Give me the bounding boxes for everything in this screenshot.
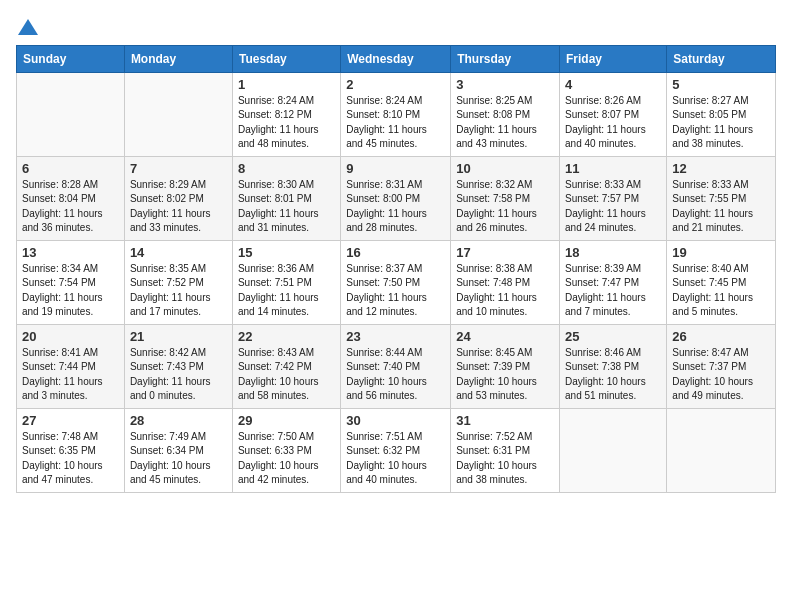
day-info: Sunrise: 7:48 AM Sunset: 6:35 PM Dayligh… (22, 430, 119, 488)
day-info: Sunrise: 8:37 AM Sunset: 7:50 PM Dayligh… (346, 262, 445, 320)
calendar-day-cell: 18Sunrise: 8:39 AM Sunset: 7:47 PM Dayli… (560, 240, 667, 324)
svg-marker-0 (18, 19, 38, 35)
calendar-day-cell: 20Sunrise: 8:41 AM Sunset: 7:44 PM Dayli… (17, 324, 125, 408)
calendar-day-cell: 23Sunrise: 8:44 AM Sunset: 7:40 PM Dayli… (341, 324, 451, 408)
calendar-day-cell: 14Sunrise: 8:35 AM Sunset: 7:52 PM Dayli… (124, 240, 232, 324)
calendar-day-cell: 19Sunrise: 8:40 AM Sunset: 7:45 PM Dayli… (667, 240, 776, 324)
calendar-day-cell: 22Sunrise: 8:43 AM Sunset: 7:42 PM Dayli… (232, 324, 340, 408)
day-info: Sunrise: 8:32 AM Sunset: 7:58 PM Dayligh… (456, 178, 554, 236)
day-number: 9 (346, 161, 445, 176)
day-info: Sunrise: 8:42 AM Sunset: 7:43 PM Dayligh… (130, 346, 227, 404)
calendar-day-cell (560, 408, 667, 492)
day-number: 25 (565, 329, 661, 344)
calendar-week-row: 6Sunrise: 8:28 AM Sunset: 8:04 PM Daylig… (17, 156, 776, 240)
day-info: Sunrise: 8:25 AM Sunset: 8:08 PM Dayligh… (456, 94, 554, 152)
calendar-day-cell: 17Sunrise: 8:38 AM Sunset: 7:48 PM Dayli… (451, 240, 560, 324)
calendar-day-cell: 9Sunrise: 8:31 AM Sunset: 8:00 PM Daylig… (341, 156, 451, 240)
day-info: Sunrise: 8:47 AM Sunset: 7:37 PM Dayligh… (672, 346, 770, 404)
day-info: Sunrise: 7:51 AM Sunset: 6:32 PM Dayligh… (346, 430, 445, 488)
calendar-day-cell: 21Sunrise: 8:42 AM Sunset: 7:43 PM Dayli… (124, 324, 232, 408)
weekday-header-thursday: Thursday (451, 45, 560, 72)
page: SundayMondayTuesdayWednesdayThursdayFrid… (0, 0, 792, 509)
day-info: Sunrise: 8:46 AM Sunset: 7:38 PM Dayligh… (565, 346, 661, 404)
day-number: 20 (22, 329, 119, 344)
day-number: 11 (565, 161, 661, 176)
weekday-header-monday: Monday (124, 45, 232, 72)
calendar-day-cell: 3Sunrise: 8:25 AM Sunset: 8:08 PM Daylig… (451, 72, 560, 156)
calendar-day-cell: 2Sunrise: 8:24 AM Sunset: 8:10 PM Daylig… (341, 72, 451, 156)
day-info: Sunrise: 7:50 AM Sunset: 6:33 PM Dayligh… (238, 430, 335, 488)
day-info: Sunrise: 8:44 AM Sunset: 7:40 PM Dayligh… (346, 346, 445, 404)
day-number: 8 (238, 161, 335, 176)
calendar-table: SundayMondayTuesdayWednesdayThursdayFrid… (16, 45, 776, 493)
day-info: Sunrise: 8:33 AM Sunset: 7:57 PM Dayligh… (565, 178, 661, 236)
calendar-day-cell: 27Sunrise: 7:48 AM Sunset: 6:35 PM Dayli… (17, 408, 125, 492)
calendar-day-cell: 12Sunrise: 8:33 AM Sunset: 7:55 PM Dayli… (667, 156, 776, 240)
calendar-day-cell (17, 72, 125, 156)
calendar-day-cell: 29Sunrise: 7:50 AM Sunset: 6:33 PM Dayli… (232, 408, 340, 492)
calendar-day-cell: 4Sunrise: 8:26 AM Sunset: 8:07 PM Daylig… (560, 72, 667, 156)
day-number: 27 (22, 413, 119, 428)
day-info: Sunrise: 7:52 AM Sunset: 6:31 PM Dayligh… (456, 430, 554, 488)
logo (16, 16, 40, 37)
day-number: 6 (22, 161, 119, 176)
calendar-day-cell: 16Sunrise: 8:37 AM Sunset: 7:50 PM Dayli… (341, 240, 451, 324)
day-number: 18 (565, 245, 661, 260)
day-number: 5 (672, 77, 770, 92)
day-number: 3 (456, 77, 554, 92)
day-number: 28 (130, 413, 227, 428)
weekday-header-saturday: Saturday (667, 45, 776, 72)
day-number: 2 (346, 77, 445, 92)
day-info: Sunrise: 8:30 AM Sunset: 8:01 PM Dayligh… (238, 178, 335, 236)
calendar-day-cell: 15Sunrise: 8:36 AM Sunset: 7:51 PM Dayli… (232, 240, 340, 324)
day-info: Sunrise: 8:24 AM Sunset: 8:10 PM Dayligh… (346, 94, 445, 152)
day-info: Sunrise: 8:28 AM Sunset: 8:04 PM Dayligh… (22, 178, 119, 236)
day-info: Sunrise: 8:27 AM Sunset: 8:05 PM Dayligh… (672, 94, 770, 152)
day-number: 26 (672, 329, 770, 344)
calendar-day-cell: 5Sunrise: 8:27 AM Sunset: 8:05 PM Daylig… (667, 72, 776, 156)
calendar-day-cell: 7Sunrise: 8:29 AM Sunset: 8:02 PM Daylig… (124, 156, 232, 240)
day-number: 12 (672, 161, 770, 176)
day-info: Sunrise: 7:49 AM Sunset: 6:34 PM Dayligh… (130, 430, 227, 488)
logo-text (16, 16, 40, 37)
calendar-day-cell: 30Sunrise: 7:51 AM Sunset: 6:32 PM Dayli… (341, 408, 451, 492)
calendar-day-cell: 31Sunrise: 7:52 AM Sunset: 6:31 PM Dayli… (451, 408, 560, 492)
day-info: Sunrise: 8:24 AM Sunset: 8:12 PM Dayligh… (238, 94, 335, 152)
day-number: 30 (346, 413, 445, 428)
day-info: Sunrise: 8:39 AM Sunset: 7:47 PM Dayligh… (565, 262, 661, 320)
calendar-week-row: 1Sunrise: 8:24 AM Sunset: 8:12 PM Daylig… (17, 72, 776, 156)
day-number: 21 (130, 329, 227, 344)
day-number: 17 (456, 245, 554, 260)
day-info: Sunrise: 8:29 AM Sunset: 8:02 PM Dayligh… (130, 178, 227, 236)
calendar-day-cell: 10Sunrise: 8:32 AM Sunset: 7:58 PM Dayli… (451, 156, 560, 240)
weekday-header-sunday: Sunday (17, 45, 125, 72)
day-info: Sunrise: 8:36 AM Sunset: 7:51 PM Dayligh… (238, 262, 335, 320)
calendar-week-row: 27Sunrise: 7:48 AM Sunset: 6:35 PM Dayli… (17, 408, 776, 492)
weekday-header-wednesday: Wednesday (341, 45, 451, 72)
day-number: 4 (565, 77, 661, 92)
day-number: 23 (346, 329, 445, 344)
calendar-day-cell: 28Sunrise: 7:49 AM Sunset: 6:34 PM Dayli… (124, 408, 232, 492)
calendar-week-row: 20Sunrise: 8:41 AM Sunset: 7:44 PM Dayli… (17, 324, 776, 408)
day-number: 14 (130, 245, 227, 260)
day-number: 1 (238, 77, 335, 92)
calendar-day-cell (667, 408, 776, 492)
calendar-day-cell: 1Sunrise: 8:24 AM Sunset: 8:12 PM Daylig… (232, 72, 340, 156)
day-number: 10 (456, 161, 554, 176)
calendar-day-cell: 24Sunrise: 8:45 AM Sunset: 7:39 PM Dayli… (451, 324, 560, 408)
day-info: Sunrise: 8:43 AM Sunset: 7:42 PM Dayligh… (238, 346, 335, 404)
day-number: 19 (672, 245, 770, 260)
day-number: 16 (346, 245, 445, 260)
weekday-header-row: SundayMondayTuesdayWednesdayThursdayFrid… (17, 45, 776, 72)
calendar-day-cell: 13Sunrise: 8:34 AM Sunset: 7:54 PM Dayli… (17, 240, 125, 324)
day-info: Sunrise: 8:34 AM Sunset: 7:54 PM Dayligh… (22, 262, 119, 320)
day-number: 15 (238, 245, 335, 260)
calendar-week-row: 13Sunrise: 8:34 AM Sunset: 7:54 PM Dayli… (17, 240, 776, 324)
day-info: Sunrise: 8:26 AM Sunset: 8:07 PM Dayligh… (565, 94, 661, 152)
calendar-day-cell: 6Sunrise: 8:28 AM Sunset: 8:04 PM Daylig… (17, 156, 125, 240)
day-info: Sunrise: 8:45 AM Sunset: 7:39 PM Dayligh… (456, 346, 554, 404)
logo-icon (17, 18, 39, 36)
calendar-day-cell: 26Sunrise: 8:47 AM Sunset: 7:37 PM Dayli… (667, 324, 776, 408)
calendar-day-cell: 8Sunrise: 8:30 AM Sunset: 8:01 PM Daylig… (232, 156, 340, 240)
day-number: 24 (456, 329, 554, 344)
